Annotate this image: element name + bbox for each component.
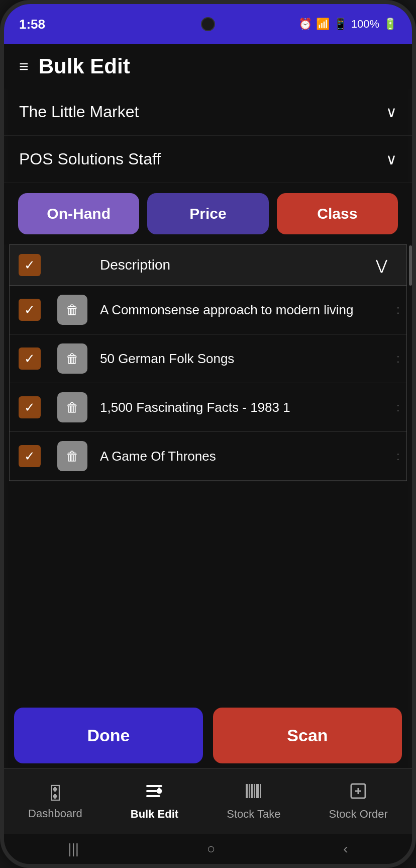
row2-check[interactable]: ✓ <box>10 348 50 370</box>
table-row: ✓ 🗑 A Game Of Thrones : <box>10 432 406 481</box>
android-nav: ||| ○ ‹ <box>4 834 412 864</box>
tab-row: On-Hand Price Class <box>4 183 412 244</box>
row4-delete-button[interactable]: 🗑 <box>57 441 87 471</box>
android-back-button[interactable]: ‹ <box>343 841 348 857</box>
store-dropdown[interactable]: The Little Market ∨ <box>4 89 412 136</box>
table-row: ✓ 🗑 A Commonsense approach to modern liv… <box>10 286 406 334</box>
tab-price[interactable]: Price <box>147 193 268 234</box>
svg-rect-2 <box>146 795 160 797</box>
row1-delete-col: 🗑 <box>50 295 95 325</box>
page-title: Bulk Edit <box>39 54 130 78</box>
dashboard-icon: 🎛 <box>46 783 64 804</box>
store-label: The Little Market <box>19 103 139 121</box>
store-chevron-icon: ∨ <box>386 103 397 121</box>
bulk-edit-icon <box>145 782 163 805</box>
row3-description: 1,500 Fascinating Facts - 1983 1 <box>95 400 396 415</box>
phone-frame: 1:58 ⏰ 📶 📱 100% 🔋 ≡ Bulk Edit The Little… <box>0 0 416 868</box>
row4-description: A Game Of Thrones <box>95 449 396 464</box>
row3-check[interactable]: ✓ <box>10 396 50 418</box>
items-table: ✓ Description ⋁ ✓ 🗑 A Commonsense approa… <box>9 244 407 481</box>
bottom-nav: 🎛 Dashboard Bulk Edit <box>4 768 412 834</box>
row2-delete-button[interactable]: 🗑 <box>57 343 87 374</box>
row2-checkbox[interactable]: ✓ <box>19 348 41 370</box>
done-button[interactable]: Done <box>14 708 203 763</box>
tab-onhand[interactable]: On-Hand <box>18 193 139 234</box>
svg-rect-7 <box>251 784 253 798</box>
app-header: ≡ Bulk Edit <box>4 44 412 89</box>
svg-rect-0 <box>146 785 162 787</box>
table-row: ✓ 🗑 50 German Folk Songs : <box>10 334 406 383</box>
battery-icon: 🔋 <box>383 18 397 31</box>
staff-label: POS Solutions Staff <box>19 150 161 168</box>
camera-notch <box>201 17 215 31</box>
row2-extra: : <box>396 352 406 366</box>
action-buttons: Done Scan <box>4 708 412 763</box>
nav-item-stock-order[interactable]: Stock Order <box>329 782 388 821</box>
header-check-col: ✓ <box>10 254 50 276</box>
hamburger-icon[interactable]: ≡ <box>19 57 29 76</box>
svg-rect-6 <box>249 784 250 798</box>
staff-dropdown[interactable]: POS Solutions Staff ∨ <box>4 136 412 183</box>
table-row: ✓ 🗑 1,500 Fascinating Facts - 1983 1 : <box>10 383 406 432</box>
nav-item-bulk-edit[interactable]: Bulk Edit <box>131 782 178 821</box>
status-time: 1:58 <box>19 17 45 32</box>
select-all-checkbox[interactable]: ✓ <box>19 254 41 276</box>
row1-description: A Commonsense approach to modern living <box>95 302 396 318</box>
row2-delete-col: 🗑 <box>50 343 95 374</box>
row4-checkbox[interactable]: ✓ <box>19 445 41 467</box>
alarm-icon: ⏰ <box>298 18 312 31</box>
row2-description: 50 German Folk Songs <box>95 351 396 367</box>
nav-label-stock-take: Stock Take <box>227 808 280 821</box>
staff-chevron-icon: ∨ <box>386 150 397 168</box>
battery-text: 100% <box>351 18 379 31</box>
nav-label-dashboard: Dashboard <box>28 807 82 820</box>
android-home-button[interactable]: ○ <box>207 841 216 857</box>
nav-label-stock-order: Stock Order <box>329 808 388 821</box>
tab-class[interactable]: Class <box>277 193 398 234</box>
stock-order-icon <box>349 782 367 805</box>
nav-label-bulk-edit: Bulk Edit <box>131 808 178 821</box>
filter-icon[interactable]: ⋁ <box>366 257 396 274</box>
svg-rect-10 <box>260 784 261 798</box>
stock-take-icon <box>245 782 263 805</box>
row1-delete-button[interactable]: 🗑 <box>57 295 87 325</box>
svg-rect-9 <box>256 784 259 798</box>
svg-rect-1 <box>146 790 157 792</box>
table-header: ✓ Description ⋁ <box>10 245 406 286</box>
row4-extra: : <box>396 449 406 463</box>
row4-trash-icon: 🗑 <box>66 449 79 464</box>
status-icons: ⏰ 📶 📱 100% 🔋 <box>298 18 397 31</box>
row1-check[interactable]: ✓ <box>10 299 50 321</box>
status-bar: 1:58 ⏰ 📶 📱 100% 🔋 <box>4 4 412 44</box>
svg-rect-8 <box>254 784 255 798</box>
scan-button[interactable]: Scan <box>213 708 402 763</box>
row1-extra: : <box>396 303 406 317</box>
row1-checkbox[interactable]: ✓ <box>19 299 41 321</box>
nav-item-dashboard[interactable]: 🎛 Dashboard <box>28 783 82 820</box>
android-recent-button[interactable]: ||| <box>68 841 79 857</box>
row4-delete-col: 🗑 <box>50 441 95 471</box>
description-header: Description <box>95 257 366 273</box>
row4-check[interactable]: ✓ <box>10 445 50 467</box>
row3-checkbox[interactable]: ✓ <box>19 396 41 418</box>
row3-trash-icon: 🗑 <box>66 400 79 415</box>
nav-item-stock-take[interactable]: Stock Take <box>227 782 280 821</box>
svg-rect-5 <box>246 784 248 798</box>
row2-trash-icon: 🗑 <box>66 351 79 367</box>
row3-extra: : <box>396 400 406 414</box>
row3-delete-col: 🗑 <box>50 392 95 422</box>
svg-rect-4 <box>158 788 160 790</box>
signal-icon: 📱 <box>334 18 347 31</box>
wifi-icon: 📶 <box>316 18 330 31</box>
row1-trash-icon: 🗑 <box>66 302 79 318</box>
scroll-indicator <box>409 245 412 286</box>
row3-delete-button[interactable]: 🗑 <box>57 392 87 422</box>
